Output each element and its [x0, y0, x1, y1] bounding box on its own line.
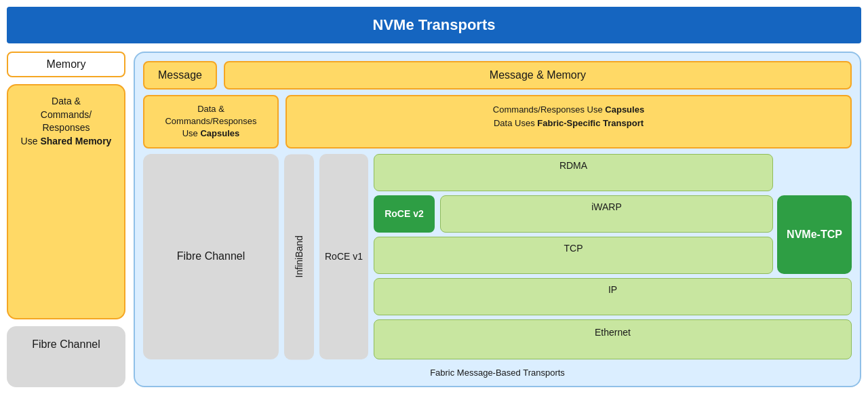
nvme-tcp-box: NVMe-TCP — [777, 195, 852, 274]
message-box: Message — [143, 61, 217, 90]
rdma-box: RDMA — [374, 154, 773, 191]
fibre-channel-box: Fibre Channel — [143, 154, 279, 359]
left-column: Memory Data &Commands/ResponsesUse Share… — [7, 52, 125, 387]
fabric-footer-label: Fabric Message-Based Transports — [143, 365, 852, 378]
page-title: NVMe Transports — [7, 7, 861, 43]
fabric-second-row: Data &Commands/ResponsesUse Capsules Com… — [143, 95, 852, 149]
ip-box: IP — [374, 278, 852, 315]
roce-v2-box: RoCE v2 — [374, 195, 435, 233]
tcp-box: TCP — [374, 237, 773, 274]
data-commands-box: Data &Commands/ResponsesUse Shared Memor… — [7, 84, 125, 319]
fabric-container: Message Message & Memory Data &Commands/… — [134, 52, 861, 387]
main-content: Memory Data &Commands/ResponsesUse Share… — [7, 52, 861, 387]
ethernet-box: Ethernet — [374, 319, 852, 359]
fabric-top-row: Message Message & Memory — [143, 61, 852, 90]
iwarp-box: iWARP — [440, 195, 773, 233]
fabric-specific-box: Commands/Responses Use Capsules Data Use… — [285, 95, 852, 149]
capsules-box: Data &Commands/ResponsesUse Capsules — [143, 95, 279, 149]
fabric-grid: Fibre Channel InfiniBand RoCE v1 RDMA NV… — [143, 154, 852, 359]
infiniband-box: InfiniBand — [284, 154, 314, 359]
pcie-box: Fibre Channel — [7, 326, 125, 387]
roce-v1-box: RoCE v1 — [319, 154, 368, 359]
memory-label: Memory — [7, 52, 125, 77]
right-grid: RDMA NVMe-TCP RoCE v2 iWARP TCP IP Ether… — [374, 154, 852, 359]
roce-iwarp-row: RoCE v2 iWARP — [374, 195, 773, 233]
message-memory-box: Message & Memory — [224, 61, 852, 90]
